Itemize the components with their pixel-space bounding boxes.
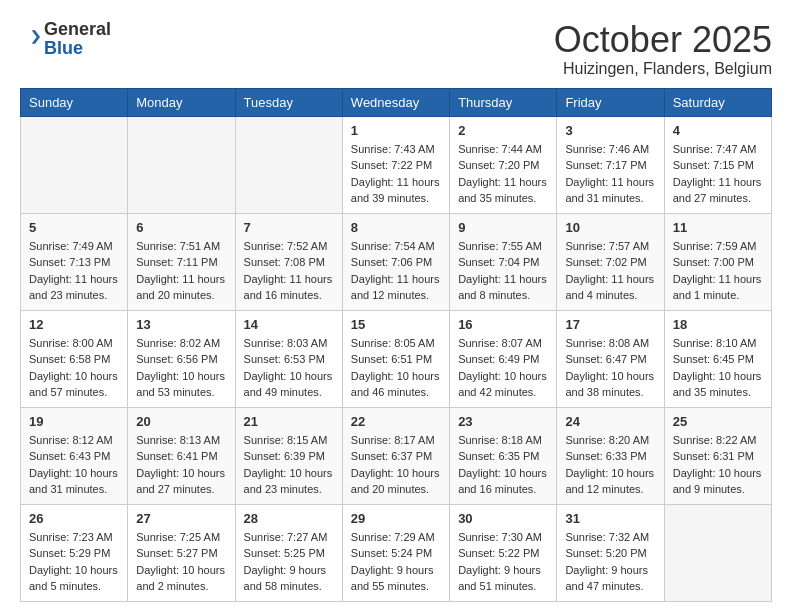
day-number: 25 — [673, 414, 763, 429]
day-number: 3 — [565, 123, 655, 138]
table-row: 5Sunrise: 7:49 AMSunset: 7:13 PMDaylight… — [21, 213, 128, 310]
day-number: 16 — [458, 317, 548, 332]
day-number: 13 — [136, 317, 226, 332]
table-row: 23Sunrise: 8:18 AMSunset: 6:35 PMDayligh… — [450, 407, 557, 504]
table-row: 21Sunrise: 8:15 AMSunset: 6:39 PMDayligh… — [235, 407, 342, 504]
table-row: 4Sunrise: 7:47 AMSunset: 7:15 PMDaylight… — [664, 116, 771, 213]
calendar-week-row: 12Sunrise: 8:00 AMSunset: 6:58 PMDayligh… — [21, 310, 772, 407]
table-row: 20Sunrise: 8:13 AMSunset: 6:41 PMDayligh… — [128, 407, 235, 504]
day-info: Sunrise: 7:23 AMSunset: 5:29 PMDaylight:… — [29, 529, 119, 595]
day-info: Sunrise: 8:20 AMSunset: 6:33 PMDaylight:… — [565, 432, 655, 498]
table-row — [21, 116, 128, 213]
table-row: 10Sunrise: 7:57 AMSunset: 7:02 PMDayligh… — [557, 213, 664, 310]
day-number: 15 — [351, 317, 441, 332]
day-number: 2 — [458, 123, 548, 138]
col-tuesday: Tuesday — [235, 88, 342, 116]
table-row: 16Sunrise: 8:07 AMSunset: 6:49 PMDayligh… — [450, 310, 557, 407]
table-row — [128, 116, 235, 213]
logo-text-blue: Blue — [44, 38, 83, 58]
table-row: 1Sunrise: 7:43 AMSunset: 7:22 PMDaylight… — [342, 116, 449, 213]
day-info: Sunrise: 8:17 AMSunset: 6:37 PMDaylight:… — [351, 432, 441, 498]
day-info: Sunrise: 7:57 AMSunset: 7:02 PMDaylight:… — [565, 238, 655, 304]
logo-text-general: General — [44, 19, 111, 39]
table-row: 8Sunrise: 7:54 AMSunset: 7:06 PMDaylight… — [342, 213, 449, 310]
table-row: 24Sunrise: 8:20 AMSunset: 6:33 PMDayligh… — [557, 407, 664, 504]
day-info: Sunrise: 8:02 AMSunset: 6:56 PMDaylight:… — [136, 335, 226, 401]
day-number: 29 — [351, 511, 441, 526]
table-row: 17Sunrise: 8:08 AMSunset: 6:47 PMDayligh… — [557, 310, 664, 407]
svg-marker-0 — [32, 30, 40, 43]
logo-icon — [20, 27, 40, 47]
calendar-week-row: 26Sunrise: 7:23 AMSunset: 5:29 PMDayligh… — [21, 504, 772, 601]
day-number: 24 — [565, 414, 655, 429]
day-info: Sunrise: 8:10 AMSunset: 6:45 PMDaylight:… — [673, 335, 763, 401]
calendar-week-row: 1Sunrise: 7:43 AMSunset: 7:22 PMDaylight… — [21, 116, 772, 213]
day-number: 19 — [29, 414, 119, 429]
table-row: 9Sunrise: 7:55 AMSunset: 7:04 PMDaylight… — [450, 213, 557, 310]
col-wednesday: Wednesday — [342, 88, 449, 116]
table-row: 27Sunrise: 7:25 AMSunset: 5:27 PMDayligh… — [128, 504, 235, 601]
day-info: Sunrise: 8:05 AMSunset: 6:51 PMDaylight:… — [351, 335, 441, 401]
day-number: 5 — [29, 220, 119, 235]
day-number: 7 — [244, 220, 334, 235]
day-info: Sunrise: 7:55 AMSunset: 7:04 PMDaylight:… — [458, 238, 548, 304]
table-row: 19Sunrise: 8:12 AMSunset: 6:43 PMDayligh… — [21, 407, 128, 504]
day-number: 28 — [244, 511, 334, 526]
day-number: 8 — [351, 220, 441, 235]
day-number: 27 — [136, 511, 226, 526]
day-info: Sunrise: 7:49 AMSunset: 7:13 PMDaylight:… — [29, 238, 119, 304]
table-row: 3Sunrise: 7:46 AMSunset: 7:17 PMDaylight… — [557, 116, 664, 213]
table-row — [235, 116, 342, 213]
calendar-table: Sunday Monday Tuesday Wednesday Thursday… — [20, 88, 772, 602]
day-info: Sunrise: 8:08 AMSunset: 6:47 PMDaylight:… — [565, 335, 655, 401]
day-info: Sunrise: 7:47 AMSunset: 7:15 PMDaylight:… — [673, 141, 763, 207]
day-info: Sunrise: 7:27 AMSunset: 5:25 PMDaylight:… — [244, 529, 334, 595]
table-row: 22Sunrise: 8:17 AMSunset: 6:37 PMDayligh… — [342, 407, 449, 504]
day-info: Sunrise: 7:32 AMSunset: 5:20 PMDaylight:… — [565, 529, 655, 595]
col-thursday: Thursday — [450, 88, 557, 116]
day-info: Sunrise: 7:44 AMSunset: 7:20 PMDaylight:… — [458, 141, 548, 207]
day-number: 10 — [565, 220, 655, 235]
day-info: Sunrise: 7:59 AMSunset: 7:00 PMDaylight:… — [673, 238, 763, 304]
col-saturday: Saturday — [664, 88, 771, 116]
table-row: 6Sunrise: 7:51 AMSunset: 7:11 PMDaylight… — [128, 213, 235, 310]
weekday-header-row: Sunday Monday Tuesday Wednesday Thursday… — [21, 88, 772, 116]
day-number: 26 — [29, 511, 119, 526]
day-info: Sunrise: 7:29 AMSunset: 5:24 PMDaylight:… — [351, 529, 441, 595]
day-info: Sunrise: 8:00 AMSunset: 6:58 PMDaylight:… — [29, 335, 119, 401]
logo: General Blue — [20, 20, 111, 58]
day-info: Sunrise: 7:30 AMSunset: 5:22 PMDaylight:… — [458, 529, 548, 595]
calendar-week-row: 19Sunrise: 8:12 AMSunset: 6:43 PMDayligh… — [21, 407, 772, 504]
page-header: General Blue October 2025 Huizingen, Fla… — [20, 20, 772, 78]
table-row: 29Sunrise: 7:29 AMSunset: 5:24 PMDayligh… — [342, 504, 449, 601]
day-info: Sunrise: 8:03 AMSunset: 6:53 PMDaylight:… — [244, 335, 334, 401]
day-info: Sunrise: 7:54 AMSunset: 7:06 PMDaylight:… — [351, 238, 441, 304]
title-block: October 2025 Huizingen, Flanders, Belgiu… — [554, 20, 772, 78]
table-row: 18Sunrise: 8:10 AMSunset: 6:45 PMDayligh… — [664, 310, 771, 407]
day-number: 9 — [458, 220, 548, 235]
day-number: 21 — [244, 414, 334, 429]
table-row: 2Sunrise: 7:44 AMSunset: 7:20 PMDaylight… — [450, 116, 557, 213]
table-row: 14Sunrise: 8:03 AMSunset: 6:53 PMDayligh… — [235, 310, 342, 407]
calendar-week-row: 5Sunrise: 7:49 AMSunset: 7:13 PMDaylight… — [21, 213, 772, 310]
table-row: 13Sunrise: 8:02 AMSunset: 6:56 PMDayligh… — [128, 310, 235, 407]
table-row: 12Sunrise: 8:00 AMSunset: 6:58 PMDayligh… — [21, 310, 128, 407]
day-info: Sunrise: 7:25 AMSunset: 5:27 PMDaylight:… — [136, 529, 226, 595]
day-info: Sunrise: 8:15 AMSunset: 6:39 PMDaylight:… — [244, 432, 334, 498]
day-number: 23 — [458, 414, 548, 429]
day-number: 11 — [673, 220, 763, 235]
day-number: 30 — [458, 511, 548, 526]
table-row: 15Sunrise: 8:05 AMSunset: 6:51 PMDayligh… — [342, 310, 449, 407]
day-number: 20 — [136, 414, 226, 429]
day-info: Sunrise: 8:12 AMSunset: 6:43 PMDaylight:… — [29, 432, 119, 498]
day-number: 1 — [351, 123, 441, 138]
day-info: Sunrise: 7:43 AMSunset: 7:22 PMDaylight:… — [351, 141, 441, 207]
day-number: 31 — [565, 511, 655, 526]
day-info: Sunrise: 8:18 AMSunset: 6:35 PMDaylight:… — [458, 432, 548, 498]
day-info: Sunrise: 7:46 AMSunset: 7:17 PMDaylight:… — [565, 141, 655, 207]
day-number: 18 — [673, 317, 763, 332]
day-number: 14 — [244, 317, 334, 332]
table-row: 31Sunrise: 7:32 AMSunset: 5:20 PMDayligh… — [557, 504, 664, 601]
table-row: 25Sunrise: 8:22 AMSunset: 6:31 PMDayligh… — [664, 407, 771, 504]
col-sunday: Sunday — [21, 88, 128, 116]
